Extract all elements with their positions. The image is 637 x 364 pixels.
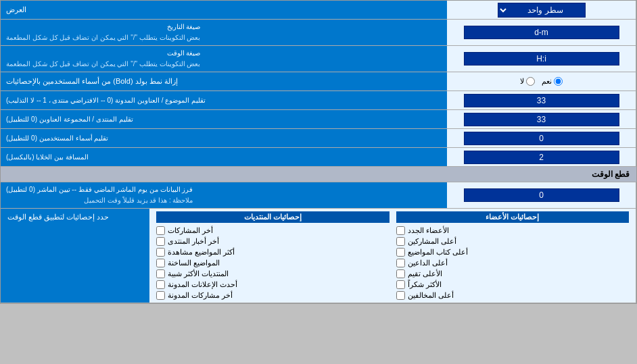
- input-time-format[interactable]: [464, 52, 619, 66]
- input-date-format[interactable]: [464, 26, 619, 39]
- row-usernames: تقليم أسماء المستخدمين (0 للتطبيل): [1, 129, 636, 148]
- input-usernames[interactable]: [464, 132, 619, 145]
- item-top-posters: أعلى المشاركين: [396, 237, 630, 246]
- checkbox-blog-posts[interactable]: [156, 291, 165, 300]
- input-cell-usernames: [447, 129, 636, 147]
- row-gap: المسافة بين الخلايا (بالبكسل): [1, 148, 636, 167]
- checkbox-hot-topics[interactable]: [156, 259, 165, 267]
- bottom-section: حدد إحصائيات لتطبيق قطع الوقت إحصائيات ا…: [1, 209, 636, 303]
- label-time-format: صيغة الوقت بعض التكوينات يتطلب "/" التي …: [1, 46, 447, 72]
- item-top-rated: الأعلى تقيم: [396, 269, 630, 278]
- item-most-thanked: الأكثر شكراً: [396, 280, 630, 289]
- checkbox-new-members[interactable]: [396, 226, 405, 235]
- input-cell-gap: [447, 148, 636, 166]
- item-latest-blog: أحدث الإعلانات المدونة: [156, 280, 390, 289]
- item-top-writers: أعلى كتاب المواضيع: [396, 248, 630, 257]
- radio-yes-label[interactable]: نعم: [542, 77, 563, 86]
- col-forums-stats: إحصائيات المنتديات أخر المشاركات أخر أخب…: [156, 211, 390, 300]
- input-cell-time: [447, 46, 636, 72]
- input-cell-forum: [447, 110, 636, 128]
- input-forum-group[interactable]: [464, 113, 619, 126]
- row-date-format: صيغة التاريخ بعض التكوينات يتطلب "/" الت…: [1, 20, 636, 46]
- item-forum-news: أخر أخبار المنتدى: [156, 237, 390, 246]
- item-similar-forums: المنتديات الأكثر شبية: [156, 269, 390, 278]
- input-topic-titles[interactable]: [464, 94, 619, 107]
- item-last-posts: أخر المشاركات: [156, 226, 390, 235]
- col-forums-header: إحصائيات المنتديات: [156, 211, 390, 223]
- input-cell-topic: [447, 91, 636, 109]
- input-cell-time-cut: [447, 182, 636, 208]
- radio-yes[interactable]: [554, 77, 563, 86]
- input-cell-date: [447, 20, 636, 45]
- item-blog-posts: أخر مشاركات المدونة: [156, 291, 390, 300]
- row-forum-group: تقليم المنتدى / المجموعة العناوين (0 للت…: [1, 110, 636, 129]
- checkbox-latest-blog[interactable]: [156, 280, 165, 289]
- item-new-members: الأعضاء الجدد: [396, 226, 630, 235]
- label-gap: المسافة بين الخلايا (بالبكسل): [1, 148, 447, 166]
- checkbox-top-inviters[interactable]: [396, 259, 405, 267]
- col-members-stats: إحصائيات الأعضاء الأعضاء الجدد أعلى المش…: [396, 211, 630, 300]
- item-hot-topics: المواضيع الساخنة: [156, 259, 390, 267]
- checkboxes-area: إحصائيات المنتديات أخر المشاركات أخر أخب…: [149, 209, 636, 303]
- checkbox-similar-forums[interactable]: [156, 269, 165, 278]
- item-most-viewed: أكثر المواضيع مشاهدة: [156, 248, 390, 257]
- label-time-cut: فرز البيانات من يوم الماشر الماضي فقط --…: [1, 182, 447, 208]
- checkbox-top-rated[interactable]: [396, 269, 405, 278]
- row-time-format: صيغة الوقت بعض التكوينات يتطلب "/" التي …: [1, 46, 636, 72]
- label-ard: العرض: [1, 1, 447, 19]
- checkbox-top-violators[interactable]: [396, 291, 405, 300]
- row-time-cut: فرز البيانات من يوم الماشر الماضي فقط --…: [1, 182, 636, 209]
- label-topic-titles: تقليم الموضوع / العناوين المدونة (0 -- ا…: [1, 91, 447, 109]
- row-topic-titles: تقليم الموضوع / العناوين المدونة (0 -- ا…: [1, 91, 636, 110]
- item-top-inviters: أعلى الداعين: [396, 259, 630, 267]
- radio-cell-bold: نعم لا: [447, 72, 636, 90]
- label-usernames: تقليم أسماء المستخدمين (0 للتطبيل): [1, 129, 447, 147]
- label-forum-group: تقليم المنتدى / المجموعة العناوين (0 للت…: [1, 110, 447, 128]
- label-date-format: صيغة التاريخ بعض التكوينات يتطلب "/" الت…: [1, 20, 447, 45]
- label-bold: إزالة نمط بولد (Bold) من أسماء المستخدمي…: [1, 72, 447, 90]
- checkbox-top-posters[interactable]: [396, 237, 405, 246]
- col-members-header: إحصائيات الأعضاء: [396, 211, 630, 223]
- select-ard[interactable]: سطر واحد سطران ثلاثة أسطر: [498, 3, 586, 18]
- checkbox-most-thanked[interactable]: [396, 280, 405, 289]
- input-cell-ard: سطر واحد سطران ثلاثة أسطر: [447, 1, 636, 19]
- main-container: العرض سطر واحد سطران ثلاثة أسطر صيغة الت…: [0, 0, 637, 304]
- checkbox-forum-news[interactable]: [156, 237, 165, 246]
- row-bold: إزالة نمط بولد (Bold) من أسماء المستخدمي…: [1, 72, 636, 91]
- item-top-violators: أعلى المخالفين: [396, 291, 630, 300]
- checkbox-top-writers[interactable]: [396, 248, 405, 257]
- row-ard: العرض سطر واحد سطران ثلاثة أسطر: [1, 1, 636, 20]
- section-header-time-cut: قطع الوقت: [1, 167, 636, 182]
- input-gap[interactable]: [464, 151, 619, 164]
- stats-label: حدد إحصائيات لتطبيق قطع الوقت: [1, 209, 149, 303]
- input-time-cut[interactable]: [464, 188, 619, 202]
- checkbox-most-viewed[interactable]: [156, 248, 165, 257]
- checkbox-last-posts[interactable]: [156, 226, 165, 235]
- radio-no-label[interactable]: لا: [520, 77, 535, 86]
- radio-no[interactable]: [526, 77, 535, 86]
